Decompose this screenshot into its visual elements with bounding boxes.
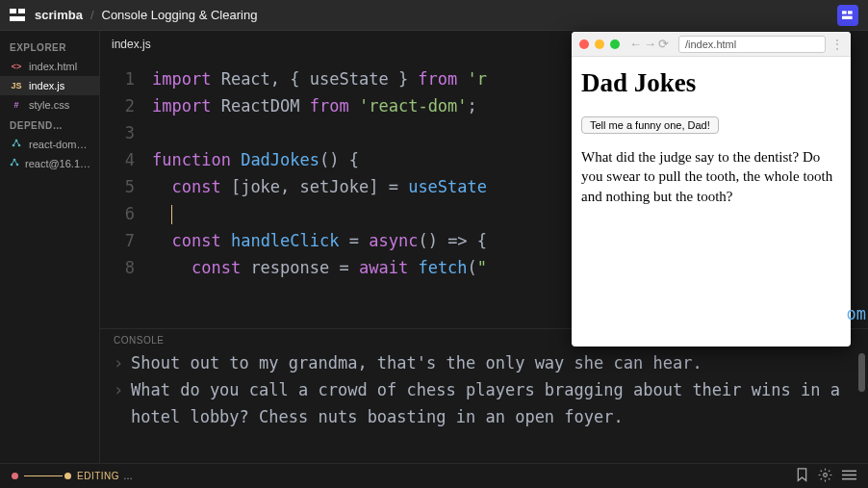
back-icon[interactable]: ← [629, 37, 642, 51]
svg-rect-5 [842, 15, 853, 18]
truncated-text: om [847, 304, 868, 323]
file-icon: JS [10, 81, 23, 90]
line-number: 4 [100, 146, 152, 173]
sidebar-file[interactable]: #style.css [0, 95, 99, 115]
dependency-name: react@16.1… [25, 158, 90, 169]
sidebar-dependency[interactable]: react@16.1… [0, 154, 99, 173]
console-line: ›Shout out to my grandma, that's the onl… [114, 349, 855, 376]
chevron-right-icon: › [114, 349, 131, 376]
svg-line-10 [16, 141, 19, 145]
line-number: 2 [100, 92, 152, 119]
forward-icon[interactable]: → [644, 37, 656, 51]
status-dots: … [123, 471, 133, 481]
svg-line-15 [14, 160, 17, 165]
console-line: ›What do you call a crowd of chess playe… [114, 376, 855, 430]
preview-toolbar: ← → ⟳ /index.html ⋮ [572, 32, 851, 57]
chevron-right-icon: › [114, 376, 131, 430]
sidebar-dependency[interactable]: react-dom… [0, 135, 99, 154]
line-number: 6 [100, 200, 152, 227]
joke-button[interactable]: Tell me a funny one, Dad! [581, 116, 719, 134]
playhead-dot-icon [64, 473, 71, 479]
svg-point-16 [824, 473, 828, 476]
joke-text: What did the judge say to the dentist? D… [581, 147, 841, 206]
gear-icon[interactable] [818, 468, 832, 485]
file-name: style.css [29, 99, 69, 111]
line-number: 3 [100, 119, 152, 146]
timeline-line [24, 475, 63, 476]
preview-body: Dad Jokes Tell me a funny one, Dad! What… [572, 57, 851, 218]
line-number: 1 [100, 65, 152, 92]
dependencies-label: DEPEND… [0, 115, 99, 135]
cursor [171, 205, 172, 224]
bookmark-icon[interactable] [796, 468, 808, 485]
svg-rect-0 [10, 9, 16, 13]
dependency-name: react-dom… [29, 139, 88, 150]
status-text: EDITING [77, 471, 119, 481]
sidebar-file[interactable]: JSindex.js [0, 76, 99, 95]
sidebar-file[interactable]: <>index.html [0, 57, 99, 76]
line-number: 7 [100, 227, 152, 254]
brand: scrimba [35, 8, 83, 22]
breadcrumb-separator: / [90, 8, 94, 22]
svg-rect-4 [848, 11, 853, 13]
titlebar: scrimba / Console Logging & Clearing [0, 0, 868, 31]
sidebar: EXPLORER <>index.htmlJSindex.js#style.cs… [0, 31, 100, 463]
reload-icon[interactable]: ⟳ [658, 37, 669, 51]
svg-line-14 [12, 160, 14, 165]
address-bar[interactable]: /index.html [678, 36, 826, 53]
page-title: Console Logging & Clearing [102, 8, 258, 22]
record-dot-icon [12, 473, 18, 479]
line-number: 8 [100, 254, 152, 281]
app-icon-button[interactable] [837, 5, 858, 26]
svg-rect-3 [842, 11, 847, 13]
preview-window: ← → ⟳ /index.html ⋮ Dad Jokes Tell me a … [572, 32, 851, 347]
file-icon: <> [10, 62, 23, 71]
line-number: 5 [100, 173, 152, 200]
package-icon [10, 139, 23, 150]
svg-rect-2 [10, 16, 25, 21]
svg-line-9 [13, 141, 16, 145]
menu-icon[interactable] [842, 469, 856, 484]
tab-active[interactable]: index.js [112, 38, 151, 51]
file-icon: # [10, 100, 23, 110]
svg-rect-1 [18, 9, 25, 13]
statusbar: EDITING … [0, 463, 868, 488]
file-name: index.js [29, 80, 64, 91]
console-output[interactable]: ›Shout out to my grandma, that's the onl… [100, 349, 868, 463]
traffic-lights[interactable] [579, 39, 620, 49]
file-name: index.html [29, 61, 77, 72]
preview-heading: Dad Jokes [581, 68, 841, 98]
preview-menu-icon[interactable]: ⋮ [831, 38, 843, 51]
scrimba-logo-icon [10, 9, 27, 22]
explorer-label: EXPLORER [0, 37, 99, 57]
scrollbar[interactable] [858, 353, 865, 392]
package-icon [10, 158, 19, 169]
